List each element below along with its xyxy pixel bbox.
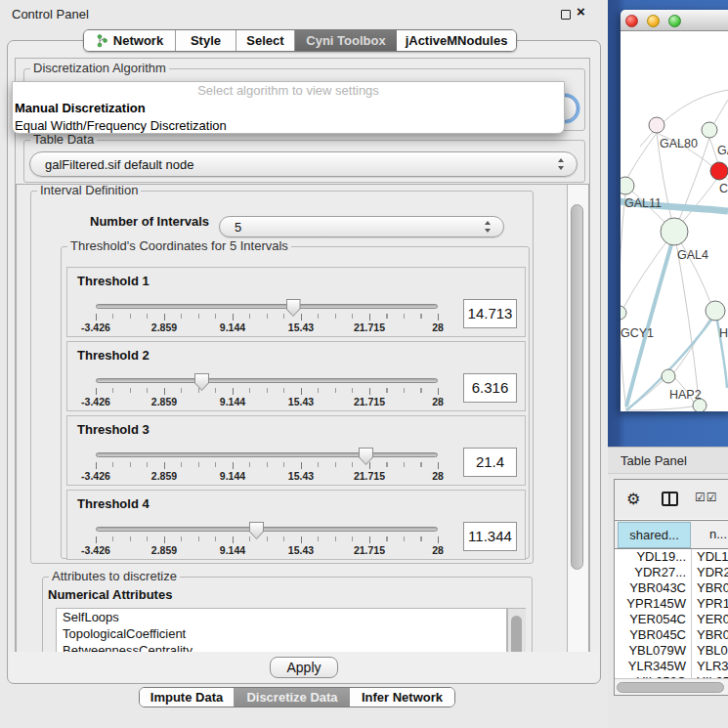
dropdown-option[interactable]: Equal Width/Frequency Discretization xyxy=(13,117,564,135)
GAL11-node[interactable] xyxy=(621,177,634,194)
tick-label: 2.859 xyxy=(151,544,177,556)
GAL4-node[interactable] xyxy=(661,218,688,245)
table-row[interactable]: YBR043CYBR04 xyxy=(615,580,728,596)
table-row[interactable]: YDR27...YDR27 xyxy=(615,565,728,580)
right-side: GAL80GALCGAL11GAL4GCY1HHAP2 Table Panel … xyxy=(608,0,728,728)
minimize-traffic-light[interactable] xyxy=(647,15,660,27)
attribute-item[interactable]: SelfLoops xyxy=(57,609,506,625)
tab-infer-network[interactable]: Infer Network xyxy=(350,688,454,707)
tick-label: 2.859 xyxy=(151,470,177,482)
GAL80-node[interactable] xyxy=(649,117,664,133)
tick-label: 28 xyxy=(432,470,444,482)
close-icon[interactable]: × xyxy=(577,3,585,20)
settings-scrollbar[interactable] xyxy=(567,185,588,654)
tab-cyni-toolbox[interactable]: Cyni Toolbox xyxy=(295,30,397,51)
table-row[interactable]: YPR145WYPR14 xyxy=(615,596,728,612)
tick-label: 9.144 xyxy=(220,544,245,556)
slider-track[interactable] xyxy=(96,378,438,383)
table-hscrollbar[interactable] xyxy=(615,678,728,695)
table-data-label: Table Data xyxy=(30,133,97,147)
slider-ticks-major xyxy=(96,462,439,469)
table-row[interactable]: YBR045CYBR04 xyxy=(615,627,728,643)
number-of-intervals-label: Number of Intervals xyxy=(90,214,209,229)
column-header-name[interactable]: n... xyxy=(692,522,728,548)
threshold-value-field[interactable]: 6.316 xyxy=(463,373,517,403)
apply-row: Apply xyxy=(9,652,599,682)
settings-scrollbar-thumb[interactable] xyxy=(571,204,583,570)
threshold-label: Threshold 2 xyxy=(77,348,150,363)
checkbox-icons[interactable]: ☑☑ xyxy=(695,491,718,504)
tab-discretize-data[interactable]: Discretize Data xyxy=(235,688,350,707)
tick-label: -3.426 xyxy=(81,544,110,556)
column-divider xyxy=(691,549,692,679)
threshold-value-field[interactable]: 11.344 xyxy=(463,522,517,551)
table-data-combobox[interactable]: galFiltered.sif default node xyxy=(29,151,578,177)
number-of-intervals-value: 5 xyxy=(235,220,241,235)
cyni-toolbox-panel: Discretization Algorithm Table Data galF… xyxy=(7,40,601,684)
slider-track[interactable] xyxy=(96,527,438,532)
selected-node[interactable] xyxy=(710,162,728,180)
table-row[interactable]: YER054CYER05 xyxy=(615,612,728,627)
tab-style[interactable]: Style xyxy=(176,30,236,51)
H-node[interactable] xyxy=(706,301,725,321)
node-label: GAL11 xyxy=(624,196,662,210)
interval-definition-group: Interval Definition Number of Intervals … xyxy=(30,191,534,564)
node-right-top[interactable] xyxy=(702,122,717,138)
table-panel: ⚙ ☑☑ shared... n... YDL19...YDL19YDR27..… xyxy=(608,474,728,728)
table-hscrollbar-thumb[interactable] xyxy=(617,682,724,693)
tab-network[interactable]: Network xyxy=(84,30,176,51)
threshold-label: Threshold 4 xyxy=(77,496,150,511)
tick-label: 21.715 xyxy=(354,321,385,333)
table-row[interactable]: YLR345WYLR34 xyxy=(615,659,728,674)
dropdown-option[interactable]: Manual Discretization xyxy=(13,100,564,117)
network-canvas[interactable]: GAL80GALCGAL11GAL4GCY1HHAP2 xyxy=(621,31,728,411)
attributes-scrollbar-thumb[interactable] xyxy=(511,616,522,655)
discretization-algorithm-label: Discretization Algorithm xyxy=(30,62,169,75)
dropdown-placeholder[interactable]: Select algorithm to view settings xyxy=(13,82,564,100)
float-icon[interactable] xyxy=(561,10,571,20)
tick-label: 28 xyxy=(432,544,444,556)
zoom-traffic-light[interactable] xyxy=(668,15,681,27)
close-traffic-light[interactable] xyxy=(625,15,638,27)
attributes-list-scrollbar[interactable] xyxy=(507,608,526,655)
slider-tick-labels: -3.4262.8599.14415.4321.71528 xyxy=(67,470,525,482)
threshold-value-field[interactable]: 21.4 xyxy=(463,448,517,477)
node-label: GCY1 xyxy=(621,326,654,340)
HAP2-node[interactable] xyxy=(662,369,675,383)
table-row[interactable]: YDL19...YDL19 xyxy=(615,549,728,565)
threshold-panel: Threshold 3 -3.4262.8599.14415.4321.7152… xyxy=(66,415,526,486)
tab-impute-data[interactable]: Impute Data xyxy=(140,688,235,707)
attribute-item[interactable]: TopologicalCoefficient xyxy=(57,625,506,642)
tab-jactivemnodules[interactable]: jActiveMNodules xyxy=(397,30,516,51)
threshold-panel: Threshold 1 -3.4262.8599.14415.4321.7152… xyxy=(66,267,526,337)
screen: Control Panel × NetworkStyleSelectCyni T… xyxy=(0,0,728,728)
table-panel-title: Table Panel xyxy=(621,453,687,468)
slider-track[interactable] xyxy=(96,452,438,457)
slider-tick-labels: -3.4262.8599.14415.4321.71528 xyxy=(67,396,525,407)
GCY1-node[interactable] xyxy=(621,306,626,320)
control-panel: Control Panel × NetworkStyleSelectCyni T… xyxy=(0,0,608,728)
tick-label: 15.43 xyxy=(288,396,314,407)
tab-select[interactable]: Select xyxy=(236,30,295,51)
column-layout-icon[interactable] xyxy=(662,492,678,506)
control-panel-titlebar: Control Panel × xyxy=(0,0,608,27)
slider-track[interactable] xyxy=(96,304,438,309)
apply-button[interactable]: Apply xyxy=(270,657,338,678)
column-header-shared[interactable]: shared... xyxy=(618,522,691,548)
number-of-intervals-combobox[interactable]: 5 xyxy=(219,216,504,237)
slider-ticks-major xyxy=(96,314,439,321)
discretize-tab-content: Discretization Algorithm Table Data galF… xyxy=(15,58,590,654)
node-label: C xyxy=(719,182,728,195)
threshold-value-field[interactable]: 14.713 xyxy=(463,299,517,328)
table-row[interactable]: YBL079WYBL07 xyxy=(615,643,728,659)
threshold-panel: Threshold 4 -3.4262.8599.14415.4321.7152… xyxy=(66,490,526,560)
tick-label: 9.144 xyxy=(220,321,245,333)
tick-label: 15.43 xyxy=(288,321,314,333)
node-table: ⚙ ☑☑ shared... n... YDL19...YDL19YDR27..… xyxy=(614,479,728,696)
gear-icon[interactable]: ⚙ xyxy=(626,490,640,508)
combo-arrows-icon xyxy=(558,158,565,170)
threshold-panel: Threshold 2 -3.4262.8599.14415.4321.7152… xyxy=(66,341,526,411)
tick-label: 9.144 xyxy=(220,396,245,407)
tick-label: -3.426 xyxy=(81,396,110,407)
attributes-listbox[interactable]: SelfLoopsTopologicalCoefficientBetweenne… xyxy=(56,608,507,655)
